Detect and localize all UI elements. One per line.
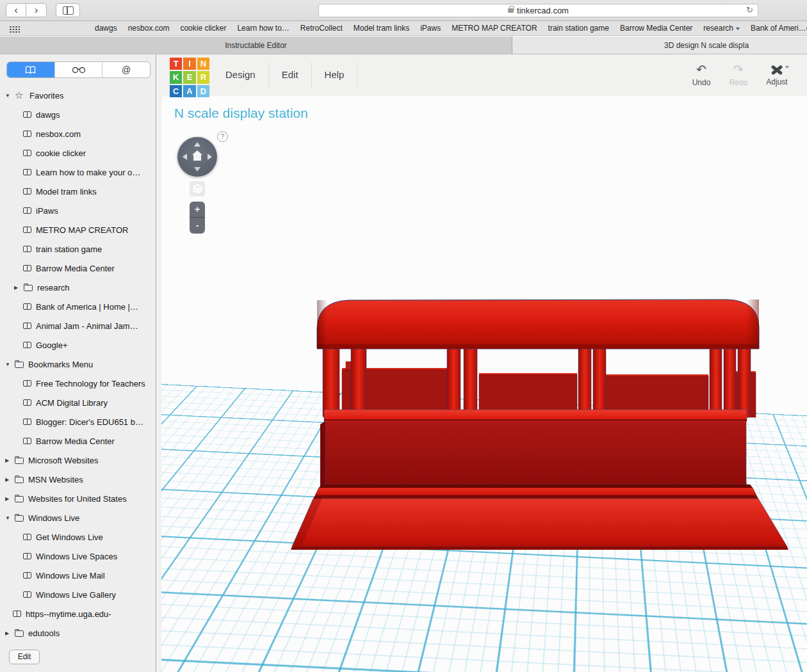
star-icon bbox=[15, 90, 25, 101]
sidebar-item-acm-digital-library[interactable]: ACM Digital Library bbox=[0, 393, 155, 412]
bookmark-bar-item[interactable]: Learn how to… bbox=[237, 24, 289, 33]
menu-design[interactable]: Design bbox=[213, 62, 269, 88]
sidebar-icon bbox=[63, 6, 74, 15]
sidebar-item-metro-map-creator[interactable]: METRO MAP CREATOR bbox=[0, 220, 155, 239]
sidebar-folder-windows-live[interactable]: Windows Live bbox=[0, 508, 155, 527]
sidebar-item-train-station-game[interactable]: train station game bbox=[0, 239, 155, 259]
adjust-button[interactable]: Adjust bbox=[762, 63, 792, 86]
zoom-out-button[interactable]: - bbox=[190, 218, 205, 234]
sidebar-item-windows-live-mail[interactable]: Windows Live Mail bbox=[0, 566, 155, 585]
bookmark-bar-item[interactable]: Bank of Ameri…e | Pe bbox=[751, 24, 807, 33]
station-pedestal bbox=[291, 484, 788, 550]
disclosure-closed-icon[interactable] bbox=[14, 278, 24, 297]
sidebar-folder-msn-websites[interactable]: MSN Websites bbox=[0, 470, 155, 489]
disclosure-closed-icon[interactable] bbox=[5, 489, 15, 508]
tinkercad-logo[interactable]: T I N K E R C A D bbox=[170, 58, 209, 97]
sidebar-item-dawgs[interactable]: dawgs bbox=[0, 105, 155, 124]
rotate-down-arrow[interactable] bbox=[194, 167, 200, 172]
bookmark-bar-item[interactable]: Barrow Media Center bbox=[620, 24, 692, 33]
bookmark-icon bbox=[23, 207, 31, 214]
reading-list-tab-button[interactable] bbox=[54, 62, 102, 77]
logo-letter: T bbox=[170, 58, 182, 70]
sidebar-item-get-windows-live[interactable]: Get Windows Live bbox=[0, 527, 155, 547]
cube-icon bbox=[193, 184, 202, 194]
sidebar-item-blogger-dicer[interactable]: Blogger: Dicer's EDU651 b… bbox=[0, 412, 155, 431]
sidebar-folder-websites-us[interactable]: Websites for United States bbox=[0, 489, 155, 508]
station-3d-model[interactable] bbox=[282, 291, 794, 560]
sidebar-item-learn-how-to[interactable]: Learn how to make your o… bbox=[0, 163, 155, 182]
bookmark-bar-item[interactable]: iPaws bbox=[420, 24, 441, 33]
shared-links-tab-button[interactable]: @ bbox=[102, 62, 150, 77]
tab-instructable-editor[interactable]: Instructable Editor bbox=[0, 36, 512, 54]
design-canvas[interactable]: N scale display station ? + - bbox=[161, 96, 807, 672]
sidebar-item-free-technology[interactable]: Free Technology for Teachers bbox=[0, 374, 155, 393]
tab-3d-design-active[interactable]: 3D design N scale displa bbox=[512, 36, 807, 54]
menu-help[interactable]: Help bbox=[312, 62, 358, 88]
bookmark-bar-item[interactable]: Model tram links bbox=[354, 24, 409, 33]
redo-button[interactable]: Redo bbox=[724, 63, 753, 87]
view-cube-button[interactable] bbox=[190, 181, 205, 196]
sidebar-folder-microsoft-websites[interactable]: Microsoft Websites bbox=[0, 451, 155, 470]
bookmark-bar-folder-research[interactable]: research bbox=[703, 24, 740, 33]
sidebar-folder-research[interactable]: research bbox=[0, 278, 155, 297]
edit-bookmarks-button[interactable]: Edit bbox=[9, 650, 40, 664]
sidebar-item-animal-jam[interactable]: Animal Jam - Animal Jam… bbox=[0, 316, 155, 335]
help-button[interactable]: ? bbox=[217, 131, 228, 142]
disclosure-closed-icon[interactable] bbox=[5, 623, 15, 643]
sidebar-item-google-plus[interactable]: Google+ bbox=[0, 335, 155, 355]
bookmark-icon bbox=[23, 553, 31, 559]
station-body bbox=[320, 421, 746, 488]
sidebar-item-nesbox[interactable]: nesbox.com bbox=[0, 124, 155, 143]
design-title[interactable]: N scale display station bbox=[174, 106, 308, 121]
undo-button[interactable]: Undo bbox=[687, 63, 716, 87]
bookmark-bar-item[interactable]: dawgs bbox=[95, 24, 117, 33]
sidebar-folder-edutools[interactable]: edutools bbox=[0, 623, 155, 643]
rotate-right-arrow[interactable] bbox=[208, 154, 212, 160]
sidebar-item-bank-of-america[interactable]: Bank of America | Home |… bbox=[0, 297, 155, 316]
bookmark-bar-item[interactable]: nesbox.com bbox=[128, 24, 170, 33]
folder-icon bbox=[15, 362, 24, 368]
home-view-icon[interactable] bbox=[193, 155, 201, 161]
back-button[interactable] bbox=[6, 3, 26, 17]
forward-button[interactable] bbox=[26, 3, 47, 17]
bookmarks-bar-items: dawgs nesbox.com cookie clicker Learn ho… bbox=[95, 24, 807, 33]
lock-icon bbox=[508, 8, 514, 13]
bookmark-bar-item[interactable]: METRO MAP CREATOR bbox=[452, 24, 537, 33]
bookmark-icon bbox=[23, 111, 31, 118]
view-orbit-control[interactable] bbox=[177, 137, 217, 177]
sidebar-folder-bookmarks-menu[interactable]: Bookmarks Menu bbox=[0, 355, 155, 374]
disclosure-closed-icon[interactable] bbox=[5, 451, 15, 470]
disclosure-open-icon[interactable] bbox=[5, 93, 15, 99]
sidebar-item-ipaws[interactable]: iPaws bbox=[0, 201, 155, 220]
sidebar-item-mytime-uga[interactable]: https--mytime.uga.edu- bbox=[0, 604, 155, 623]
bookmark-bar-item[interactable]: RetroCollect bbox=[300, 24, 343, 33]
bookmark-bar-item[interactable]: cookie clicker bbox=[180, 24, 226, 33]
sidebar-toggle-button[interactable] bbox=[56, 3, 80, 17]
sidebar-item-cookie-clicker[interactable]: cookie clicker bbox=[0, 143, 155, 163]
folder-icon bbox=[15, 458, 24, 464]
zoom-in-button[interactable]: + bbox=[190, 202, 205, 218]
redo-icon bbox=[724, 63, 753, 77]
bookmarks-tab-button[interactable] bbox=[7, 62, 54, 77]
sidebar-item-windows-live-gallery[interactable]: Windows Live Gallery bbox=[0, 585, 155, 604]
rotate-up-arrow[interactable] bbox=[194, 142, 200, 147]
bookmark-icon bbox=[23, 342, 31, 348]
sidebar-item-barrow-media-center-2[interactable]: Barrow Media Center bbox=[0, 431, 155, 451]
chevron-down-icon bbox=[736, 28, 740, 30]
bookmark-bar-item[interactable]: train station game bbox=[548, 24, 609, 33]
sidebar-item-windows-live-spaces[interactable]: Windows Live Spaces bbox=[0, 547, 155, 566]
sidebar-item-barrow-media-center[interactable]: Barrow Media Center bbox=[0, 259, 155, 278]
address-bar[interactable]: tinkercad.com bbox=[318, 4, 758, 17]
reload-icon[interactable] bbox=[746, 5, 753, 15]
folder-icon bbox=[15, 496, 24, 502]
disclosure-closed-icon[interactable] bbox=[5, 470, 15, 489]
disclosure-open-icon[interactable] bbox=[5, 515, 15, 521]
menu-edit[interactable]: Edit bbox=[269, 62, 312, 88]
logo-letter: D bbox=[197, 85, 209, 97]
sidebar-item-favorites[interactable]: Favorites bbox=[0, 86, 155, 105]
bookmark-icon bbox=[23, 534, 31, 540]
sidebar-item-model-tram-links[interactable]: Model tram links bbox=[0, 182, 155, 201]
favorites-grid-icon[interactable] bbox=[9, 26, 20, 33]
disclosure-open-icon[interactable] bbox=[5, 362, 15, 367]
rotate-left-arrow[interactable] bbox=[183, 154, 187, 160]
